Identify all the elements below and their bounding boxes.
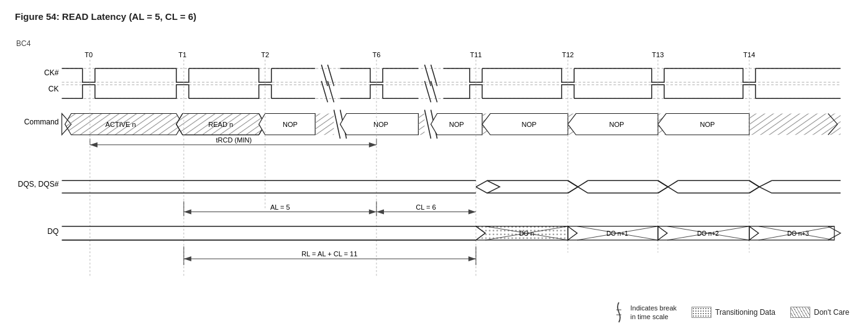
page-container: Figure 54: READ Latency (AL = 5, CL = 6)… [0, 0, 868, 326]
break-symbol-icon [611, 301, 626, 324]
dqs-diamond4b [749, 180, 772, 187]
al-arrow-right [369, 210, 377, 215]
trcd-arrow-left [90, 142, 98, 147]
cl-arrow-right [468, 210, 476, 215]
ckh-label: CK# [44, 68, 59, 77]
transition-label: Transitioning Data [715, 308, 775, 317]
cmd-read-text: READ n [208, 121, 233, 128]
dq-don-label: DO n [519, 230, 534, 237]
t0-label: T0 [85, 51, 93, 58]
t12-label: T12 [562, 51, 573, 58]
t11-label: T11 [470, 51, 482, 58]
ck-pulse-t12 [482, 85, 574, 98]
command-label: Command [24, 118, 59, 126]
bc4-label: BC4 [16, 39, 31, 48]
trcd-text: tRCD (MIN) [216, 136, 252, 144]
dq-don2-label: DO n+2 [697, 230, 719, 237]
legend-dontcare: Don't Care [790, 307, 849, 318]
cl-arrow-left [377, 210, 384, 215]
cmd-nop1-text: NOP [283, 121, 298, 128]
cmd-nop2-hatch [418, 114, 424, 135]
dqs-label: DQS, DQS# [18, 180, 59, 189]
dontcare-label: Don't Care [814, 308, 849, 317]
timing-svg: BC4 T0 T1 T2 T6 T11 T12 T13 T14 CK# CK C… [15, 28, 853, 289]
cmd-nop5-text: NOP [609, 121, 624, 128]
dqs-diamond2 [568, 180, 578, 193]
legend-break: Indicates breakin time scale [611, 301, 677, 324]
cmd-nop2-text: NOP [373, 121, 388, 128]
ck-label: CK [48, 85, 59, 93]
rl-arrow-right [468, 256, 476, 261]
rl-arrow-left [184, 256, 191, 261]
figure-title: Figure 54: READ Latency (AL = 5, CL = 6) [15, 11, 853, 22]
ck-pulse-t1 [95, 85, 189, 98]
t14-label: T14 [743, 51, 755, 58]
trcd-arrow-right [369, 142, 377, 147]
al-text: AL = 5 [270, 203, 290, 211]
dq-don1-label: DO n+1 [606, 230, 628, 237]
dqs-diamond3 [658, 180, 668, 193]
ckh-pulse-t14 [664, 68, 756, 82]
ckh-pulse-t13 [574, 68, 664, 82]
dqs-diamond1 [476, 180, 500, 193]
legend-area: Indicates breakin time scale Transitioni… [611, 301, 849, 324]
cmd-nop6-text: NOP [700, 121, 715, 128]
t1-label: T1 [178, 51, 186, 58]
diagram-area: BC4 T0 T1 T2 T6 T11 T12 T13 T14 CK# CK C… [15, 28, 853, 289]
rl-text: RL = AL + CL = 11 [301, 250, 357, 258]
cmd-active-text: ACTIVE n [106, 121, 136, 128]
break-label: Indicates breakin time scale [630, 304, 677, 322]
cl-text: CL = 6 [416, 203, 436, 211]
dq-label: DQ [47, 227, 58, 236]
cmd-break3 [424, 109, 431, 138]
t13-label: T13 [652, 51, 664, 58]
dqs-diamond2b [568, 180, 588, 187]
t2-label: T2 [261, 51, 269, 58]
dqs-diamond4c [749, 187, 772, 193]
dqs-diamond4 [749, 180, 759, 193]
t6-label: T6 [372, 51, 380, 58]
legend-transition: Transitioning Data [692, 307, 775, 318]
dqs-diamond3c [658, 187, 678, 193]
dontcare-box [790, 307, 810, 318]
ck-pulse-t2 [189, 85, 272, 98]
ckh-pulse-t12 [482, 68, 574, 82]
ck-pulse-t14 [664, 85, 756, 98]
ck-pulse-t13 [574, 85, 664, 98]
cmd-nop4-text: NOP [522, 121, 537, 128]
cmd-nop1-hatch [315, 114, 334, 135]
ckh-pulse-t2 [189, 68, 272, 82]
cmd-nop6-hatch [749, 114, 841, 135]
al-arrow-left [184, 210, 191, 215]
ck-pulse-t11 [444, 85, 482, 98]
ckh-pulse-t1 [95, 68, 189, 82]
transition-box [692, 307, 711, 318]
dqs-diamond2c [568, 187, 588, 193]
ckh-pulse-t11 [444, 68, 482, 82]
dq-don3-label: DO n+3 [787, 230, 809, 237]
dqs-diamond3b [658, 180, 678, 187]
cmd-nop3-text: NOP [449, 121, 464, 128]
cmd-break1 [334, 109, 340, 138]
